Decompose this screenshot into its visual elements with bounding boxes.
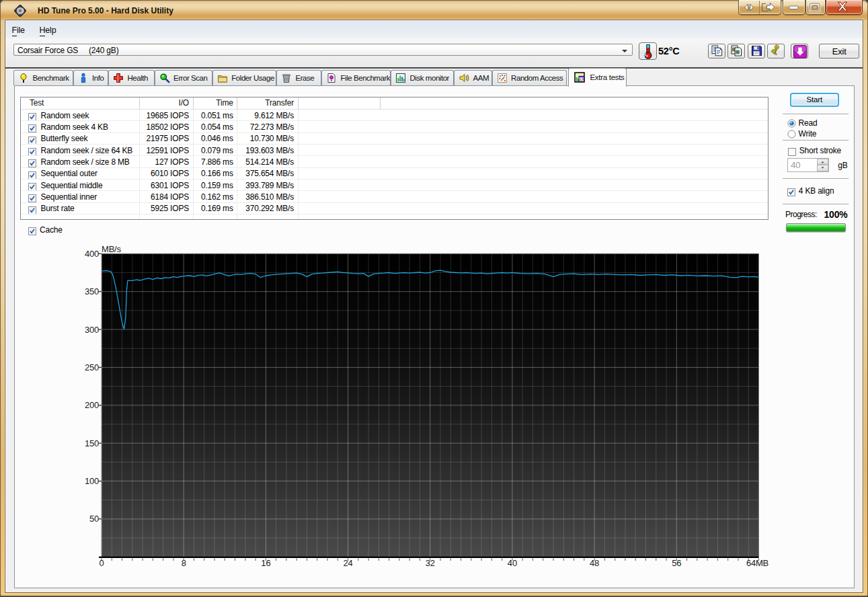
svg-text:40: 40 (508, 558, 517, 568)
svg-text:100: 100 (85, 476, 99, 486)
svg-text:8: 8 (182, 558, 186, 568)
svg-text:24: 24 (344, 558, 353, 568)
svg-text:64MB: 64MB (746, 558, 768, 568)
svg-text:MB/s: MB/s (102, 244, 122, 254)
svg-text:0: 0 (99, 558, 104, 568)
svg-text:50: 50 (89, 514, 99, 524)
svg-text:56: 56 (672, 558, 681, 568)
svg-text:200: 200 (85, 400, 99, 410)
svg-text:300: 300 (85, 325, 99, 335)
svg-text:48: 48 (590, 558, 599, 568)
svg-text:400: 400 (85, 249, 99, 259)
svg-text:250: 250 (85, 362, 99, 372)
svg-text:150: 150 (85, 438, 99, 448)
svg-text:32: 32 (426, 558, 435, 568)
svg-text:350: 350 (85, 286, 99, 296)
svg-text:16: 16 (261, 558, 270, 568)
